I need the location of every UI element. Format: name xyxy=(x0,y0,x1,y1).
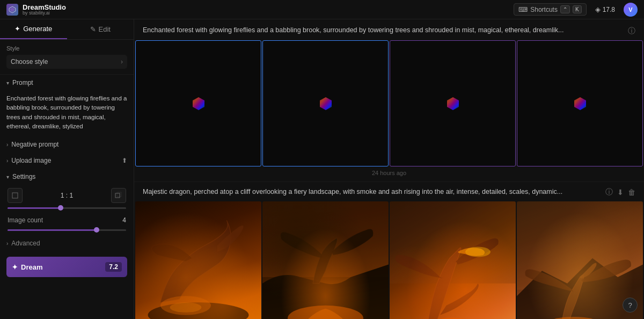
avatar[interactable]: V xyxy=(624,3,638,17)
settings-section: ▾ Settings 1 : 1 xyxy=(0,169,134,235)
ratio-value: 1 : 1 xyxy=(27,192,107,199)
style-label: Style xyxy=(6,45,127,52)
svg-marker-6 xyxy=(193,97,204,110)
dragon-silhouette-3 xyxy=(390,201,516,319)
collapse-arrow-icon: ▾ xyxy=(6,80,9,86)
svg-marker-1 xyxy=(10,8,14,12)
settings-collapse-icon: ▾ xyxy=(6,174,9,180)
style-selector[interactable]: Choose style › xyxy=(6,55,127,69)
svg-rect-3 xyxy=(115,193,120,198)
first-images-grid xyxy=(134,40,644,166)
svg-rect-15 xyxy=(390,201,516,284)
image-count-label: Image count xyxy=(8,216,43,224)
top-bar-right: ⌨ Shortcuts ⌃ K ◈ 17.8 V xyxy=(514,3,638,17)
info-icon[interactable]: ⓘ xyxy=(628,26,635,36)
delete-icon[interactable]: 🗑 xyxy=(628,188,635,197)
main-content: Enchanted forest with glowing fireflies … xyxy=(134,19,644,319)
logo-text: DreamStudio by stability.ai xyxy=(23,3,66,16)
svg-marker-9 xyxy=(574,97,586,110)
dragon-image-3[interactable] xyxy=(390,201,516,319)
svg-marker-7 xyxy=(320,97,332,110)
dream-cost: 7.2 xyxy=(105,262,122,272)
shortcuts-button[interactable]: ⌨ Shortcuts ⌃ K xyxy=(514,3,586,16)
dream-button[interactable]: ✦ Dream 7.2 xyxy=(6,257,127,277)
ratio-section: 1 : 1 xyxy=(0,185,134,214)
dream-sparkle-icon: ✦ xyxy=(12,263,18,271)
sidebar-tabs: ✦ Generate ✎ Edit xyxy=(0,19,134,40)
image-placeholder-4 xyxy=(517,40,643,166)
count-slider[interactable] xyxy=(8,229,126,231)
dragon-silhouette-2 xyxy=(262,201,389,319)
advanced-row[interactable]: › Advanced xyxy=(0,235,134,251)
prompt-header[interactable]: ▾ Prompt xyxy=(0,75,134,91)
svg-point-16 xyxy=(465,247,491,257)
dragon-image-1[interactable] xyxy=(135,201,261,319)
svg-point-14 xyxy=(288,306,363,319)
svg-rect-2 xyxy=(12,193,18,198)
download-icon[interactable]: ⬇ xyxy=(617,188,624,197)
upload-image-row[interactable]: › Upload image ⬆ xyxy=(0,153,134,169)
dragon-image-2[interactable] xyxy=(262,201,389,319)
svg-marker-8 xyxy=(447,97,459,110)
ratio-slider[interactable] xyxy=(8,207,126,209)
chevron-right-icon: › xyxy=(121,58,123,66)
info-icon-2[interactable]: ⓘ xyxy=(605,187,613,197)
edit-icon: ✎ xyxy=(90,25,96,33)
svg-point-12 xyxy=(170,302,202,313)
ratio-increase-button[interactable] xyxy=(111,188,126,203)
svg-point-11 xyxy=(160,296,211,315)
dragon-images-grid xyxy=(134,201,644,319)
svg-point-18 xyxy=(545,317,602,319)
first-prompt-text: Enchanted forest with glowing fireflies … xyxy=(143,26,628,35)
negative-prompt-header[interactable]: › Negative prompt xyxy=(0,136,134,153)
help-button[interactable]: ? xyxy=(623,298,638,313)
image-placeholder-3 xyxy=(390,40,516,166)
diamond-icon: ◈ xyxy=(595,5,601,13)
tab-generate[interactable]: ✦ Generate xyxy=(0,19,67,39)
prompt-text[interactable]: Enchanted forest with glowing fireflies … xyxy=(0,91,134,136)
sidebar: ✦ Generate ✎ Edit Style Choose style › ▾… xyxy=(0,19,134,319)
image-placeholder-2 xyxy=(262,40,389,166)
prompt-section: ▾ Prompt Enchanted forest with glowing f… xyxy=(0,75,134,136)
ratio-controls: 1 : 1 xyxy=(8,188,126,203)
dragon-silhouette-1 xyxy=(135,201,261,319)
second-prompt-header: Majestic dragon, perched atop a cliff ov… xyxy=(134,182,644,201)
svg-point-10 xyxy=(148,302,249,319)
tab-edit[interactable]: ✎ Edit xyxy=(67,19,134,39)
style-section: Style Choose style › xyxy=(0,40,134,75)
logo-area: DreamStudio by stability.ai xyxy=(6,3,66,16)
upload-icon: ⬆ xyxy=(122,157,127,164)
svg-rect-13 xyxy=(262,201,389,277)
upload-collapse-icon: › xyxy=(6,158,8,164)
stability-logo-2 xyxy=(318,96,334,112)
credits-display: ◈ 17.8 xyxy=(595,5,615,13)
timestamp: 24 hours ago xyxy=(134,166,644,182)
second-prompt-text: Majestic dragon, perched atop a cliff ov… xyxy=(143,187,605,197)
monitor-icon: ⌨ xyxy=(518,6,528,13)
header-actions: ⓘ ⬇ 🗑 xyxy=(605,187,635,197)
svg-rect-4 xyxy=(117,192,121,197)
stability-logo-3 xyxy=(445,96,461,112)
settings-header[interactable]: ▾ Settings xyxy=(0,169,134,185)
image-count-row: Image count 4 xyxy=(0,214,134,229)
image-count-value: 4 xyxy=(122,216,126,224)
ratio-decrease-button[interactable] xyxy=(8,188,23,203)
stability-logo-4 xyxy=(572,96,588,112)
generate-icon: ✦ xyxy=(14,25,20,33)
negative-collapse-icon: › xyxy=(6,142,8,148)
advanced-collapse-icon: › xyxy=(6,241,8,247)
logo-icon xyxy=(6,4,18,16)
image-placeholder-1 xyxy=(135,40,261,166)
stability-logo-1 xyxy=(191,96,207,112)
svg-rect-17 xyxy=(517,201,643,290)
first-prompt-header: Enchanted forest with glowing fireflies … xyxy=(134,19,644,40)
top-bar: DreamStudio by stability.ai ⌨ Shortcuts … xyxy=(0,0,644,19)
